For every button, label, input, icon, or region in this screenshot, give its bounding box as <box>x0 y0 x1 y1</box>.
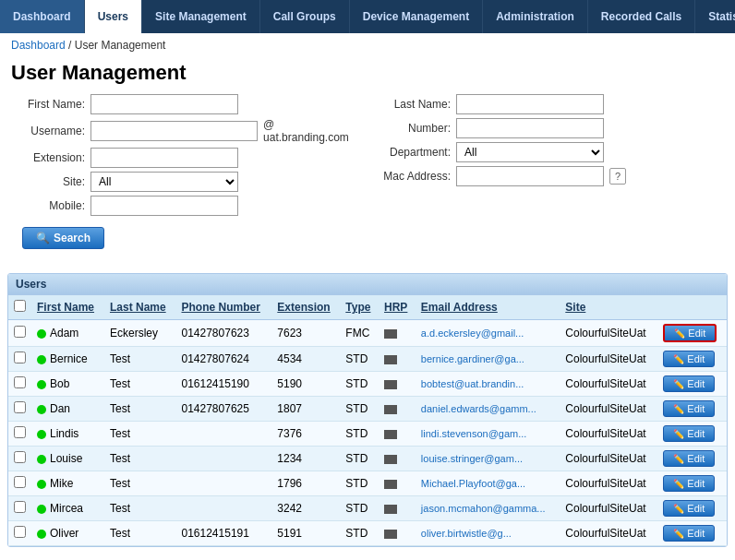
mobile-input[interactable] <box>90 196 238 216</box>
site-select[interactable]: All <box>90 172 238 192</box>
nav-tab-site-management[interactable]: Site Management <box>142 0 260 33</box>
nav-tab-device-management[interactable]: Device Management <box>350 0 483 33</box>
breadcrumb-separator: / <box>68 39 75 52</box>
breadcrumb-parent[interactable]: Dashboard <box>11 39 66 52</box>
top-navigation: Dashboard Users Site Management Call Gro… <box>0 0 735 33</box>
username-input[interactable] <box>90 121 258 141</box>
edit-button[interactable]: ✏️ Edit <box>663 351 715 367</box>
row-checkbox[interactable] <box>14 451 26 463</box>
row-site: ColourfulSiteUat <box>560 372 657 397</box>
row-last-name: Test <box>104 496 176 521</box>
table-row: Bernice Test 01427807624 4534 STD bernic… <box>8 347 727 372</box>
row-email: bernice.gardiner@ga... <box>416 347 560 372</box>
col-header-site[interactable]: Site <box>560 295 657 320</box>
edit-button[interactable]: ✏️ Edit <box>663 400 715 417</box>
row-extension: 1807 <box>271 397 340 422</box>
row-checkbox[interactable] <box>14 376 26 388</box>
email-link[interactable]: daniel.edwards@gamm... <box>421 403 536 414</box>
email-link[interactable]: Michael.Playfoot@ga... <box>421 478 525 489</box>
col-header-first-name[interactable]: First Name <box>31 295 104 320</box>
col-header-hrp[interactable]: HRP <box>379 295 416 320</box>
row-email: Michael.Playfoot@ga... <box>416 471 560 496</box>
at-domain: @ uat.branding.com <box>263 118 358 144</box>
pencil-icon: ✏️ <box>674 328 685 339</box>
first-name-input[interactable] <box>90 94 238 114</box>
row-checkbox-cell <box>8 496 31 521</box>
row-checkbox[interactable] <box>14 476 26 488</box>
row-checkbox[interactable] <box>14 351 26 363</box>
nav-tab-administration[interactable]: Administration <box>483 0 588 33</box>
col-header-type[interactable]: Type <box>340 295 379 320</box>
users-section: Users First Name Last Name Phone Number … <box>7 273 728 547</box>
row-site: ColourfulSiteUat <box>560 320 657 347</box>
row-site: ColourfulSiteUat <box>560 347 657 372</box>
row-checkbox[interactable] <box>14 401 26 413</box>
edit-button[interactable]: ✏️ Edit <box>663 324 717 342</box>
row-first-name: Bernice <box>31 347 104 372</box>
nav-tab-users[interactable]: Users <box>85 0 142 33</box>
row-email: lindi.stevenson@gam... <box>416 422 560 447</box>
extension-input[interactable] <box>90 148 238 168</box>
row-checkbox[interactable] <box>14 426 26 438</box>
nav-tab-recorded-calls[interactable]: Recorded Calls <box>588 0 695 33</box>
row-extension: 5190 <box>271 372 340 397</box>
table-row: Mircea Test 3242 STD jason.mcmahon@gamma… <box>8 496 727 521</box>
email-link[interactable]: bernice.gardiner@ga... <box>421 353 524 364</box>
email-link[interactable]: a.d.eckersley@gmail... <box>421 328 524 339</box>
row-checkbox[interactable] <box>14 326 26 338</box>
email-link[interactable]: jason.mcmahon@gamma... <box>421 503 546 514</box>
number-input[interactable] <box>456 118 604 138</box>
email-link[interactable]: bobtest@uat.brandin... <box>421 378 524 389</box>
pencil-icon: ✏️ <box>673 529 684 539</box>
row-extension: 5191 <box>271 521 340 546</box>
department-label: Department: <box>377 146 451 159</box>
email-link[interactable]: louise.stringer@gam... <box>421 453 523 464</box>
row-hrp <box>379 521 416 546</box>
col-header-email[interactable]: Email Address <box>416 295 560 320</box>
col-header-last-name[interactable]: Last Name <box>104 295 176 320</box>
nav-tab-statistics[interactable]: Statistics <box>695 0 735 33</box>
status-dot <box>37 380 46 389</box>
row-checkbox[interactable] <box>14 526 26 538</box>
edit-button[interactable]: ✏️ Edit <box>663 475 715 492</box>
mac-help-icon[interactable]: ? <box>609 168 626 185</box>
edit-label: Edit <box>688 328 705 339</box>
email-link[interactable]: oliver.birtwistle@g... <box>421 528 512 539</box>
row-type: STD <box>340 397 379 422</box>
mac-address-input[interactable] <box>456 166 604 186</box>
row-phone <box>176 496 272 521</box>
row-email: a.d.eckersley@gmail... <box>416 320 560 347</box>
select-all-checkbox[interactable] <box>14 300 26 312</box>
col-header-phone[interactable]: Phone Number <box>176 295 272 320</box>
email-icon <box>384 405 397 414</box>
nav-tab-call-groups[interactable]: Call Groups <box>260 0 350 33</box>
row-action: ✏️ Edit <box>657 521 727 546</box>
email-link[interactable]: lindi.stevenson@gam... <box>421 428 527 439</box>
nav-tab-dashboard[interactable]: Dashboard <box>0 0 85 33</box>
search-button[interactable]: 🔍 Search <box>22 227 104 249</box>
users-table: First Name Last Name Phone Number Extens… <box>8 295 727 546</box>
department-select[interactable]: All <box>456 142 604 162</box>
table-header-row: First Name Last Name Phone Number Extens… <box>8 295 727 320</box>
row-checkbox-cell <box>8 521 31 546</box>
edit-button[interactable]: ✏️ Edit <box>663 500 715 517</box>
row-last-name: Test <box>104 372 176 397</box>
row-checkbox-cell <box>8 447 31 471</box>
edit-button[interactable]: ✏️ Edit <box>663 450 715 467</box>
edit-label: Edit <box>687 403 705 414</box>
row-checkbox[interactable] <box>14 501 26 513</box>
status-dot <box>37 430 46 439</box>
col-header-checkbox <box>8 295 31 320</box>
status-dot <box>37 355 46 364</box>
row-phone: 01427807625 <box>176 397 272 422</box>
edit-button[interactable]: ✏️ Edit <box>663 525 715 542</box>
edit-button[interactable]: ✏️ Edit <box>663 375 715 392</box>
row-phone <box>176 471 272 496</box>
last-name-input[interactable] <box>456 94 604 114</box>
row-type: STD <box>340 447 379 471</box>
email-icon <box>384 505 397 514</box>
edit-button[interactable]: ✏️ Edit <box>663 425 715 442</box>
edit-label: Edit <box>687 378 705 389</box>
row-email: jason.mcmahon@gamma... <box>416 496 560 521</box>
col-header-extension[interactable]: Extension <box>271 295 340 320</box>
